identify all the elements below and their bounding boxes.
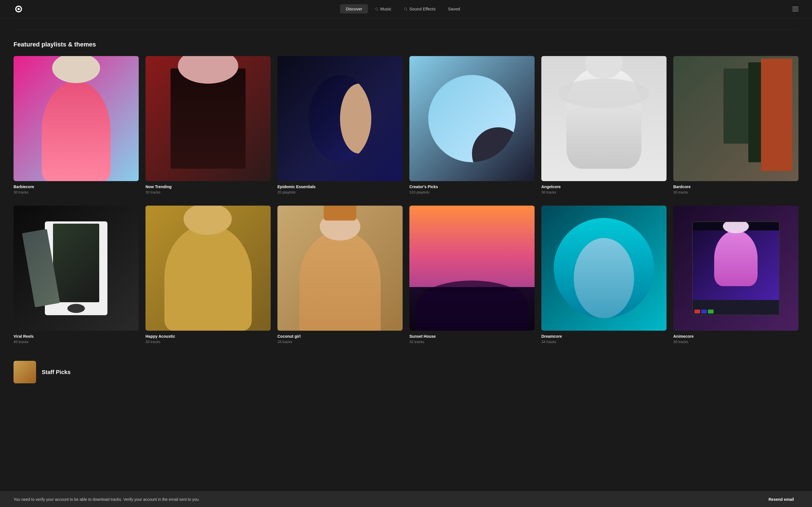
card-creators-picks-subtitle: 103 playlists <box>409 190 535 194</box>
card-epidemic-title: Epidemic Essentials <box>277 184 403 189</box>
card-coconut-girl-title: Coconut girl <box>277 334 403 339</box>
card-animecore[interactable]: Animecore 30 tracks <box>673 206 799 344</box>
card-image-barbiecore <box>13 56 139 181</box>
card-barbiecore[interactable]: Barbiecore 30 tracks <box>13 56 139 194</box>
card-image-happy-acoustic <box>146 206 271 331</box>
card-epidemic-essentials[interactable]: Epidemic Essentials 20 playlists <box>277 56 403 194</box>
card-barbiecore-title: Barbiecore <box>13 184 139 189</box>
notification-message: You need to verify your account to be ab… <box>13 497 200 502</box>
card-now-trending-subtitle: 30 tracks <box>146 190 271 194</box>
card-angelcore[interactable]: Angelcore 30 tracks <box>541 56 666 194</box>
card-dreamcore-title: Dreamcore <box>541 334 666 339</box>
card-image-now-trending <box>146 56 271 181</box>
card-animecore-subtitle: 30 tracks <box>673 340 799 344</box>
section-divider <box>13 29 799 30</box>
playlist-grid-row1: Barbiecore 30 tracks Now Trending 30 tra… <box>13 56 799 194</box>
card-image-creators-picks <box>409 56 535 181</box>
nav-sound-effects-label: Sound Effects <box>409 6 436 11</box>
card-sunset-house[interactable]: Sunset House 32 tracks <box>409 206 535 344</box>
search-icon <box>375 7 378 11</box>
card-image-viral-reels <box>13 206 139 331</box>
notification-bar: You need to verify your account to be ab… <box>0 491 812 507</box>
card-bardcore-subtitle: 30 tracks <box>673 190 799 194</box>
nav-music[interactable]: Music <box>369 4 397 13</box>
nav-discover-label: Discover <box>346 6 362 11</box>
card-image-epidemic <box>277 56 403 181</box>
card-viral-reels[interactable]: Viral Reels 40 tracks <box>13 206 139 344</box>
playlist-grid-row2: Viral Reels 40 tracks Happy Acoustic 30 … <box>13 206 799 344</box>
card-viral-reels-subtitle: 40 tracks <box>13 340 139 344</box>
staff-picks-title: Staff Picks <box>42 369 70 376</box>
card-creators-picks-title: Creator's Picks <box>409 184 535 189</box>
nav-sound-effects[interactable]: Sound Effects <box>398 4 441 13</box>
card-bardcore-title: Bardcore <box>673 184 799 189</box>
staff-picks-thumbnail <box>13 361 36 383</box>
card-epidemic-subtitle: 20 playlists <box>277 190 403 194</box>
card-bardcore[interactable]: Bardcore 30 tracks <box>673 56 799 194</box>
card-now-trending-title: Now Trending <box>146 184 271 189</box>
card-viral-reels-title: Viral Reels <box>13 334 139 339</box>
card-image-coconut-girl <box>277 206 403 331</box>
card-angelcore-subtitle: 30 tracks <box>541 190 666 194</box>
navbar: Discover Music Sound Effects Saved <box>0 0 812 18</box>
card-angelcore-title: Angelcore <box>541 184 666 189</box>
card-happy-acoustic-subtitle: 30 tracks <box>146 340 271 344</box>
card-coconut-girl[interactable]: Coconut girl 34 tracks <box>277 206 403 344</box>
nav-discover[interactable]: Discover <box>340 4 368 13</box>
resend-email-button[interactable]: Resend email <box>764 495 799 504</box>
card-image-bardcore <box>673 56 799 181</box>
card-dreamcore[interactable]: Dreamcore 34 tracks <box>541 206 666 344</box>
card-barbiecore-subtitle: 30 tracks <box>13 190 139 194</box>
nav-saved-label: Saved <box>448 6 460 11</box>
card-coconut-girl-subtitle: 34 tracks <box>277 340 403 344</box>
card-image-animecore <box>673 206 799 331</box>
card-image-dreamcore <box>541 206 666 331</box>
card-image-sunset-house <box>409 206 535 331</box>
card-dreamcore-subtitle: 34 tracks <box>541 340 666 344</box>
card-happy-acoustic[interactable]: Happy Acoustic 30 tracks <box>146 206 271 344</box>
search-icon <box>404 7 408 11</box>
card-creators-picks[interactable]: Creator's Picks 103 playlists <box>409 56 535 194</box>
card-sunset-house-title: Sunset House <box>409 334 535 339</box>
nav-saved[interactable]: Saved <box>442 4 466 13</box>
card-animecore-title: Animecore <box>673 334 799 339</box>
nav-music-label: Music <box>380 6 391 11</box>
menu-button[interactable] <box>792 7 799 11</box>
card-image-angelcore <box>541 56 666 181</box>
card-happy-acoustic-title: Happy Acoustic <box>146 334 271 339</box>
featured-section-title: Featured playlists & themes <box>13 41 799 48</box>
card-sunset-house-subtitle: 32 tracks <box>409 340 535 344</box>
card-now-trending[interactable]: Now Trending 30 tracks <box>146 56 271 194</box>
nav-items: Discover Music Sound Effects Saved <box>13 4 792 13</box>
staff-picks-section: Staff Picks <box>13 355 799 389</box>
main-content: Featured playlists & themes Barbiecore 3… <box>0 18 812 423</box>
